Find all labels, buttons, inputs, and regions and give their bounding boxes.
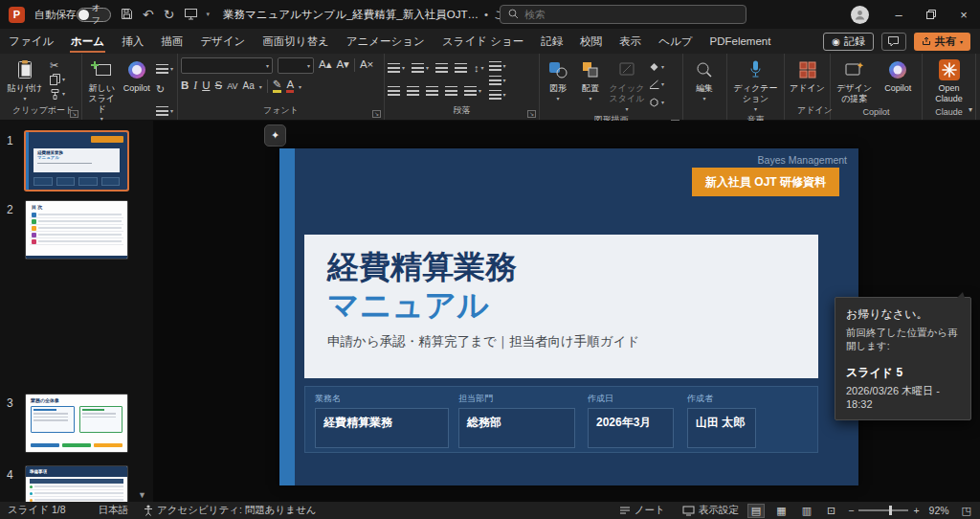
open-claude-button[interactable]: Open Claude <box>926 56 972 106</box>
slideshow-button[interactable]: ⊡ <box>824 505 838 517</box>
tab-home[interactable]: ホーム <box>62 29 113 54</box>
tab-slideshow[interactable]: スライド ショー <box>434 29 532 54</box>
tab-help[interactable]: ヘルプ <box>650 29 701 54</box>
new-slide-button[interactable]: 新しいスライド ▾ <box>85 56 118 124</box>
strikethrough-button[interactable]: S <box>214 80 222 92</box>
designer-sparkle-button[interactable]: ✦ <box>264 124 286 147</box>
character-spacing-button[interactable]: AV <box>227 82 237 91</box>
increase-indent-button[interactable] <box>455 63 467 73</box>
accessibility-status[interactable]: アクセシビリティ: 問題ありません <box>144 504 317 517</box>
search-input[interactable] <box>524 9 716 20</box>
bullets-button[interactable]: ▾ <box>388 63 405 73</box>
zoom-out-button[interactable]: − <box>848 505 854 516</box>
tab-pdfelement[interactable]: PDFelement <box>702 29 780 54</box>
tab-view[interactable]: 表示 <box>611 29 650 54</box>
tab-draw[interactable]: 描画 <box>152 29 191 54</box>
resume-reading-tooltip[interactable]: お帰りなさい。 前回終了した位置から再開します: スライド 5 2026/03/… <box>835 297 971 420</box>
editing-button[interactable]: 編集 ▾ <box>686 56 723 116</box>
slide-brand-text[interactable]: Bayes Management <box>758 154 847 166</box>
tab-animations[interactable]: アニメーション <box>338 29 434 54</box>
start-slideshow-icon[interactable] <box>184 8 198 22</box>
tab-insert[interactable]: 挿入 <box>113 29 152 54</box>
text-direction-button[interactable]: ▾ <box>489 61 506 71</box>
italic-button[interactable]: I <box>193 80 197 92</box>
undo-icon[interactable]: ↶ <box>143 8 154 21</box>
thumbnail-slide-2[interactable]: 目 次 <box>26 201 127 259</box>
zoom-in-button[interactable]: + <box>913 505 919 516</box>
thumbnail-slide-4[interactable]: 準備事項 <box>26 466 127 502</box>
quick-styles-button[interactable]: クイックスタイル ▾ <box>608 56 646 113</box>
tab-review[interactable]: 校閲 <box>571 29 611 54</box>
slide-badge[interactable]: 新入社員 OJT 研修資料 <box>692 168 839 196</box>
share-button[interactable]: 共有 ▾ <box>914 33 970 51</box>
tab-record[interactable]: 記録 <box>532 29 571 54</box>
copilot-button[interactable]: Copilot <box>878 56 920 106</box>
display-settings-button[interactable]: 表示設定 <box>682 504 739 517</box>
section-button[interactable]: ▾ <box>156 106 173 116</box>
shape-fill-button[interactable]: ▾ <box>649 62 664 72</box>
font-size-select[interactable]: ▾ <box>278 57 314 74</box>
info-card-department[interactable]: 担当部門 総務部 <box>458 393 575 448</box>
restore-button[interactable] <box>915 0 947 29</box>
font-color-button[interactable]: A <box>286 79 294 94</box>
justify-button[interactable] <box>445 86 457 96</box>
tab-transitions[interactable]: 画面切り替え <box>254 29 338 54</box>
align-left-button[interactable] <box>388 86 400 96</box>
notes-button[interactable]: ノート <box>619 504 665 517</box>
slide-layout-button[interactable]: ▾ <box>156 64 173 74</box>
addins-button[interactable]: アドイン <box>789 56 827 103</box>
paragraph-dialog-launcher[interactable]: ↘ <box>527 110 536 118</box>
align-right-button[interactable] <box>426 86 438 96</box>
collapse-ribbon-icon[interactable]: ▾ <box>969 105 972 114</box>
save-icon[interactable] <box>121 8 133 22</box>
shape-outline-button[interactable]: ▾ <box>649 79 664 89</box>
info-card-date[interactable]: 作成日 2026年3月 <box>588 393 674 448</box>
convert-smartart-button[interactable]: ▾ <box>489 90 506 100</box>
reset-slide-button[interactable]: ↻ <box>156 84 173 95</box>
slide-sorter-button[interactable]: ▦ <box>773 505 789 517</box>
account-avatar[interactable] <box>851 6 869 24</box>
copy-button[interactable]: ▾ <box>50 74 65 85</box>
slide-title-placeholder[interactable]: 経費精算業務 マニュアル 申請から承認・精算完了まで｜担当者向け手順ガイド <box>304 235 818 378</box>
normal-view-button[interactable]: ▤ <box>748 505 764 517</box>
design-ideas-button[interactable]: デザインの提案 <box>834 56 876 106</box>
tab-design[interactable]: デザイン <box>191 29 254 54</box>
shape-effects-button[interactable]: ▾ <box>649 98 664 107</box>
decrease-indent-button[interactable] <box>435 63 448 73</box>
change-case-button[interactable]: Aa <box>242 81 254 91</box>
line-spacing-button[interactable]: ↕▾ <box>474 63 484 74</box>
highlight-color-button[interactable]: ✎ <box>273 79 282 94</box>
zoom-slider-thumb[interactable] <box>889 506 892 515</box>
thumbnail-slide-1[interactable]: 経費精算業務 マニュアル <box>26 132 127 190</box>
numbering-button[interactable]: ▾ <box>412 63 429 73</box>
thumbnail-slide-3[interactable]: 業務の全体像 <box>26 395 127 452</box>
cut-button[interactable]: ✂ <box>50 60 65 71</box>
shrink-font-button[interactable]: A▾ <box>336 59 348 71</box>
slides-copilot-button[interactable]: Copilot <box>120 56 152 124</box>
grow-font-button[interactable]: A▴ <box>319 59 331 71</box>
language-status[interactable]: 日本語 <box>99 504 129 517</box>
format-painter-button[interactable]: ▾ <box>50 88 65 100</box>
redo-icon[interactable]: ↻ <box>164 8 175 21</box>
minimize-button[interactable]: – <box>882 0 915 29</box>
arrange-button[interactable]: 配置 ▾ <box>575 56 606 113</box>
zoom-percentage[interactable]: 92% <box>929 505 949 516</box>
reading-view-button[interactable]: ▥ <box>799 505 814 517</box>
shapes-button[interactable]: 図形 ▾ <box>543 56 573 113</box>
paste-button[interactable]: 貼り付け ▾ <box>3 56 47 103</box>
close-button[interactable]: × <box>947 0 980 29</box>
info-card-author[interactable]: 作成者 山田 太郎 <box>687 393 756 448</box>
font-dialog-launcher[interactable]: ↘ <box>372 110 381 118</box>
columns-button[interactable]: ▾ <box>464 86 481 96</box>
quick-access-chevron-icon[interactable]: ▾ <box>206 11 210 18</box>
info-card-task[interactable]: 業務名 経費精算業務 <box>315 393 449 448</box>
align-center-button[interactable] <box>407 86 419 96</box>
align-text-button[interactable]: ▾ <box>489 76 506 85</box>
thumbnail-scroll-down-icon[interactable]: ▼ <box>138 490 146 500</box>
clear-formatting-button[interactable]: A× <box>360 59 373 71</box>
font-name-select[interactable]: ▾ <box>181 57 273 74</box>
underline-button[interactable]: U <box>202 80 210 92</box>
comments-button[interactable] <box>881 33 906 51</box>
record-button[interactable]: ◉ 記録 <box>823 33 874 51</box>
search-box[interactable] <box>500 5 746 24</box>
